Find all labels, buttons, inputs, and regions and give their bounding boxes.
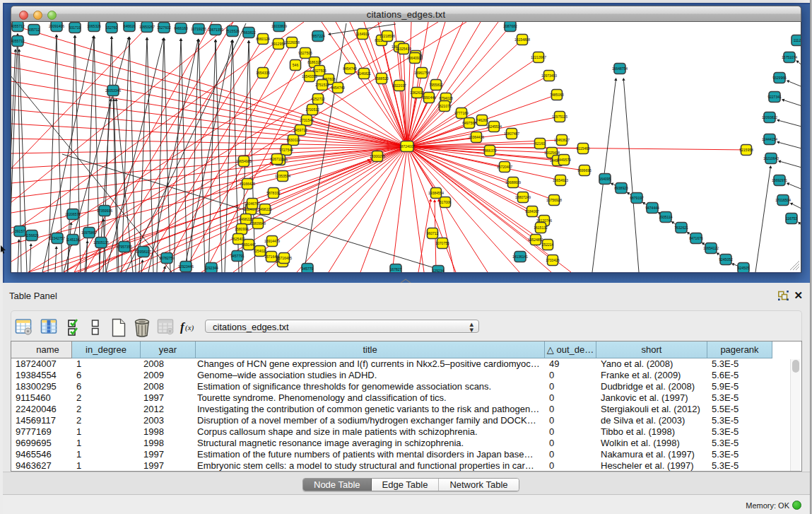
svg-text:6879197: 6879197 xyxy=(630,196,644,200)
svg-text:9474444: 9474444 xyxy=(645,206,659,210)
svg-text:5215958: 5215958 xyxy=(739,148,753,152)
svg-text:10973493: 10973493 xyxy=(541,74,557,78)
svg-text:7663822: 7663822 xyxy=(242,30,256,35)
svg-text:167827: 167827 xyxy=(390,267,402,271)
svg-text:4055712: 4055712 xyxy=(11,39,25,43)
svg-text:18300295: 18300295 xyxy=(370,154,385,158)
svg-text:1156829: 1156829 xyxy=(25,233,38,238)
svg-text:9146821: 9146821 xyxy=(357,71,371,76)
svg-text:8454749: 8454749 xyxy=(343,66,357,71)
svg-text:1700512: 1700512 xyxy=(305,107,319,112)
svg-text:1830022: 1830022 xyxy=(286,138,300,142)
svg-text:8471676: 8471676 xyxy=(689,236,703,240)
svg-text:10756928: 10756928 xyxy=(546,198,562,202)
svg-text:924505: 924505 xyxy=(738,266,750,270)
svg-text:10719155: 10719155 xyxy=(191,27,206,31)
svg-text:9227341: 9227341 xyxy=(767,95,782,99)
svg-text:9115460: 9115460 xyxy=(576,146,589,151)
svg-text:13226058: 13226058 xyxy=(284,40,300,45)
svg-text:16640910: 16640910 xyxy=(407,56,423,60)
svg-text:7515526: 7515526 xyxy=(225,29,240,33)
svg-text:931719: 931719 xyxy=(69,25,81,30)
svg-text:1449579: 1449579 xyxy=(557,158,571,162)
svg-text:1527602: 1527602 xyxy=(157,25,171,30)
svg-text:9327505: 9327505 xyxy=(298,51,312,55)
svg-text:1691447: 1691447 xyxy=(242,243,256,247)
svg-text:16046765: 16046765 xyxy=(245,201,260,206)
svg-text:4252712: 4252712 xyxy=(311,97,325,101)
svg-text:15809948: 15809948 xyxy=(250,221,266,226)
svg-text:10653267: 10653267 xyxy=(139,25,155,29)
svg-text:8322037: 8322037 xyxy=(392,83,406,88)
svg-text:15751074: 15751074 xyxy=(782,55,797,59)
svg-text:164095: 164095 xyxy=(599,177,611,181)
svg-text:317006: 317006 xyxy=(440,200,452,204)
svg-text:15716485: 15716485 xyxy=(276,256,292,260)
svg-text:1070755: 1070755 xyxy=(435,241,449,245)
svg-text:13654923: 13654923 xyxy=(553,178,568,182)
svg-text:1145134: 1145134 xyxy=(66,238,79,242)
svg-text:9329966: 9329966 xyxy=(772,76,787,80)
svg-text:1065326: 1065326 xyxy=(87,24,101,28)
svg-text:252214: 252214 xyxy=(542,243,554,247)
svg-text:6497568: 6497568 xyxy=(462,121,476,125)
svg-text:14136141: 14136141 xyxy=(512,255,528,259)
svg-text:5878332: 5878332 xyxy=(266,191,281,195)
svg-text:129234: 129234 xyxy=(433,269,445,272)
svg-text:16033809: 16033809 xyxy=(271,24,287,28)
svg-text:17016504: 17016504 xyxy=(775,198,791,202)
svg-text:9245052: 9245052 xyxy=(719,257,733,262)
svg-text:10688609: 10688609 xyxy=(505,180,521,185)
svg-text:7625402: 7625402 xyxy=(231,237,245,241)
svg-text:12505135: 12505135 xyxy=(93,240,109,245)
svg-text:8454749: 8454749 xyxy=(331,86,345,90)
svg-text:116753: 116753 xyxy=(786,216,798,221)
svg-text:17359936: 17359936 xyxy=(97,209,112,213)
svg-text:17957355: 17957355 xyxy=(117,245,132,249)
svg-text:1292344: 1292344 xyxy=(204,266,218,270)
svg-text:20364436: 20364436 xyxy=(469,135,484,139)
svg-text:945779: 945779 xyxy=(302,267,314,271)
svg-text:18724007: 18724007 xyxy=(399,144,415,148)
svg-text:12444154: 12444154 xyxy=(762,137,777,141)
svg-text:16782759: 16782759 xyxy=(159,256,175,260)
svg-text:19524851: 19524851 xyxy=(528,238,543,242)
svg-text:62160: 62160 xyxy=(535,141,545,146)
svg-text:16543352: 16543352 xyxy=(302,74,317,78)
svg-text:546: 546 xyxy=(293,63,299,67)
svg-text:16961758: 16961758 xyxy=(414,71,430,75)
svg-text:16245534: 16245534 xyxy=(486,124,502,129)
svg-text:7955812: 7955812 xyxy=(429,83,443,87)
svg-text:9699695: 9699695 xyxy=(577,168,592,173)
svg-text:12975115: 12975115 xyxy=(552,115,567,119)
svg-text:8267110: 8267110 xyxy=(270,157,283,161)
svg-text:1588520: 1588520 xyxy=(375,76,389,81)
svg-text:12213967: 12213967 xyxy=(531,55,546,59)
svg-text:1733426: 1733426 xyxy=(546,258,560,262)
svg-text:7632621: 7632621 xyxy=(674,226,688,230)
svg-text:12923446: 12923446 xyxy=(178,264,194,269)
svg-text:9457791: 9457791 xyxy=(230,254,245,258)
svg-text:1498222: 1498222 xyxy=(258,207,272,211)
svg-text:9459712: 9459712 xyxy=(293,128,307,132)
svg-text:1112: 1112 xyxy=(794,38,801,42)
svg-text:12342757: 12342757 xyxy=(49,236,65,240)
svg-text:9184067: 9184067 xyxy=(525,209,539,214)
svg-text:1621072: 1621072 xyxy=(437,104,452,108)
svg-text:15692971: 15692971 xyxy=(772,178,787,182)
svg-text:7866372: 7866372 xyxy=(483,148,497,153)
svg-text:10958107: 10958107 xyxy=(136,250,151,254)
svg-text:19384554: 19384554 xyxy=(428,191,444,195)
svg-text:4055712: 4055712 xyxy=(11,24,25,28)
svg-text:16914479: 16914479 xyxy=(264,239,280,243)
svg-text:(x): (x) xyxy=(185,323,194,332)
svg-text:2751512: 2751512 xyxy=(315,83,329,87)
svg-text:16210643: 16210643 xyxy=(763,156,779,160)
svg-text:1615132: 1615132 xyxy=(534,226,548,230)
svg-text:6466160: 6466160 xyxy=(174,26,188,30)
svg-text:935712: 935712 xyxy=(28,28,40,32)
svg-text:960712: 960712 xyxy=(427,231,439,235)
svg-text:1362615: 1362615 xyxy=(410,90,424,95)
svg-text:646616: 646616 xyxy=(124,24,136,28)
svg-text:10975867: 10975867 xyxy=(81,230,97,235)
